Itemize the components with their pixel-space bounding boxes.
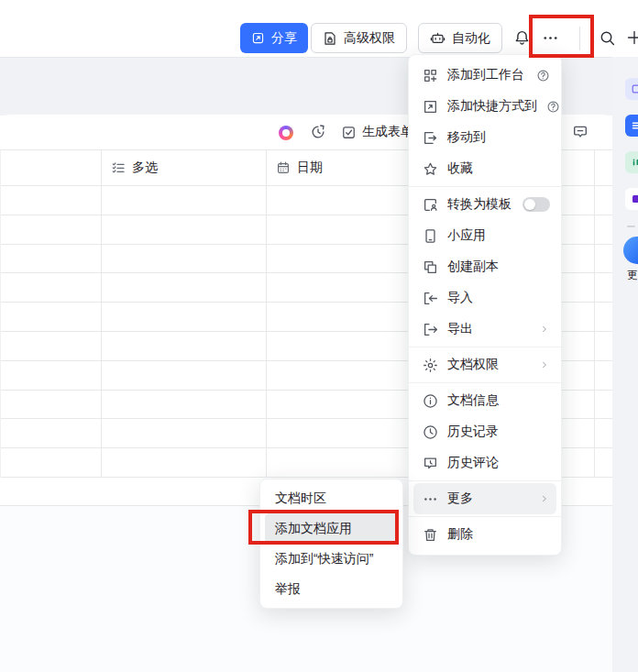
table-cell[interactable] <box>102 245 267 274</box>
table-cell[interactable] <box>1 303 102 332</box>
menu-item-favorite[interactable]: 收藏 <box>413 153 556 184</box>
history-icon <box>423 424 438 440</box>
menu-item-label: 转换为模板 <box>447 196 513 213</box>
generate-form-label: 生成表单 <box>362 124 413 140</box>
menu-item-doc-info[interactable]: 文档信息 <box>413 385 556 416</box>
menu-item-label: 创建副本 <box>447 259 550 275</box>
table-cell[interactable] <box>595 419 613 448</box>
top-header: 分享 高级权限 自动化 <box>0 0 638 57</box>
right-app-panel: 更 <box>612 57 638 672</box>
menu-item-mini-app[interactable]: 小应用 <box>413 220 556 251</box>
menu-item-history-comments[interactable]: 历史评论 <box>413 447 556 479</box>
menu-item-label: 导入 <box>447 290 550 306</box>
table-cell[interactable] <box>102 448 267 478</box>
menu-item-duplicate[interactable]: 创建副本 <box>413 251 556 282</box>
table-cell[interactable] <box>102 332 267 361</box>
help-accessory <box>536 69 550 83</box>
table-cell[interactable] <box>1 448 102 478</box>
menu-item-export[interactable]: 导出 <box>413 314 556 345</box>
info-icon <box>423 393 438 409</box>
table-cell[interactable] <box>595 215 613 245</box>
table-cell[interactable] <box>102 419 267 448</box>
table-cell[interactable] <box>102 186 267 215</box>
help-icon <box>546 100 560 114</box>
help-bubble-icon[interactable] <box>623 237 638 264</box>
add-button[interactable] <box>622 24 638 51</box>
robot-icon <box>430 30 446 46</box>
menu-item-convert-to-template[interactable]: 转换为模板 <box>413 189 556 220</box>
table-cell[interactable] <box>595 273 613 303</box>
table-cell[interactable] <box>595 361 613 391</box>
menu-item-delete[interactable]: 删除 <box>413 519 556 550</box>
menu-item-move-to[interactable]: 移动到 <box>413 122 556 153</box>
multiselect-icon <box>111 160 126 175</box>
app-icon-4[interactable] <box>625 188 638 210</box>
help-icon <box>536 69 550 83</box>
table-cell[interactable] <box>102 361 267 391</box>
table-cell[interactable] <box>595 391 613 420</box>
generate-form-button[interactable]: 生成表单 <box>341 124 413 140</box>
doc-history-button[interactable] <box>310 124 326 140</box>
submenu-item-report[interactable]: 举报 <box>265 574 398 604</box>
search-icon <box>599 29 616 47</box>
table-cell[interactable] <box>1 361 102 391</box>
table-cell[interactable] <box>1 332 102 361</box>
table-cell[interactable] <box>102 273 267 303</box>
ai-assistant-icon[interactable] <box>279 126 293 140</box>
submenu-item-add-to-quick-access[interactable]: 添加到“快速访问” <box>265 544 398 574</box>
app-icon-1[interactable] <box>625 78 638 100</box>
notification-bell-button[interactable] <box>509 24 534 51</box>
table-cell[interactable] <box>102 391 267 420</box>
submenu-item-doc-timezone[interactable]: 文档时区 <box>265 483 398 513</box>
search-button[interactable] <box>594 24 620 51</box>
automation-button[interactable]: 自动化 <box>418 23 502 53</box>
move-icon <box>423 130 438 146</box>
chevron-accessory <box>539 493 550 504</box>
template-toggle[interactable] <box>522 197 550 212</box>
table-cell[interactable] <box>1 273 102 303</box>
table-cell[interactable] <box>1 245 102 274</box>
comment-button[interactable] <box>572 124 588 140</box>
table-cell[interactable] <box>102 303 267 332</box>
table-cell[interactable] <box>1 186 102 215</box>
table-cell[interactable] <box>595 186 613 215</box>
menu-divider <box>409 480 561 481</box>
menu-item-label: 移动到 <box>447 129 550 146</box>
shortcut-icon <box>423 99 438 115</box>
more-actions-button[interactable] <box>537 24 563 51</box>
menu-item-label: 删除 <box>447 526 550 543</box>
table-cell[interactable] <box>1 419 102 448</box>
menu-item-import[interactable]: 导入 <box>413 282 556 314</box>
app-icon-2[interactable] <box>625 115 638 137</box>
submenu-item-add-doc-app[interactable]: 添加文档应用 <box>265 513 398 544</box>
table-cell[interactable] <box>595 332 613 361</box>
menu-item-label: 收藏 <box>447 160 550 177</box>
share-button[interactable]: 分享 <box>240 23 308 53</box>
menu-item-more[interactable]: 更多 <box>413 483 556 514</box>
table-cell[interactable] <box>595 303 613 332</box>
workbench-icon <box>423 68 438 83</box>
more-submenu: 文档时区添加文档应用添加到“快速访问”举报 <box>259 479 403 609</box>
menu-item-label: 添加到工作台 <box>447 67 527 83</box>
table-cell[interactable] <box>102 215 267 245</box>
header-divider <box>579 27 580 50</box>
table-cell[interactable] <box>1 215 102 245</box>
export-icon <box>423 322 438 337</box>
table-cell[interactable] <box>595 245 613 274</box>
more-actions-menu: 添加到工作台添加快捷方式到移动到收藏转换为模板小应用创建副本导入导出文档权限文档… <box>408 54 562 556</box>
menu-item-add-to-workbench[interactable]: 添加到工作台 <box>413 60 556 91</box>
gear-icon <box>423 358 438 373</box>
table-cell[interactable] <box>1 391 102 420</box>
table-header-multi-select[interactable]: 多选 <box>102 150 267 186</box>
menu-item-history[interactable]: 历史记录 <box>413 416 556 447</box>
menu-item-label: 更多 <box>447 490 530 507</box>
menu-divider <box>409 347 561 347</box>
ellipsis-icon <box>542 29 559 47</box>
menu-item-label: 文档信息 <box>447 392 550 409</box>
list-app-icon <box>629 118 638 133</box>
menu-item-add-shortcut-to[interactable]: 添加快捷方式到 <box>413 91 556 122</box>
menu-item-doc-permission[interactable]: 文档权限 <box>413 349 556 380</box>
app-icon-3[interactable] <box>625 151 638 173</box>
advanced-permission-button[interactable]: 高级权限 <box>311 23 407 53</box>
table-cell[interactable] <box>595 448 613 478</box>
